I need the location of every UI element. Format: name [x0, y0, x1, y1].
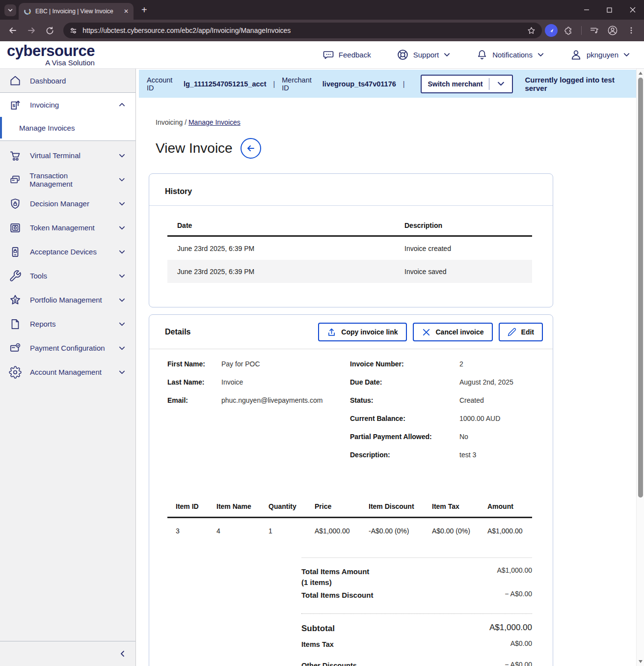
column-header-description: Description	[395, 216, 532, 235]
subtotal-label: Subtotal	[301, 623, 335, 639]
url-text[interactable]: https://ubctest.cybersource.com/ebc2/app…	[82, 27, 522, 34]
maximize-button[interactable]	[598, 0, 621, 20]
field-label: Last Name:	[167, 378, 221, 396]
sidebar-item-transaction-management[interactable]: Transaction Management	[0, 167, 135, 192]
title-row: View Invoice	[156, 138, 644, 159]
account-bar: Account ID lg_11112547051215_acct | Merc…	[139, 70, 640, 98]
item-discount: -A$0.00 (0%)	[360, 518, 424, 544]
chevron-down-icon	[623, 51, 630, 58]
tab-close-icon[interactable]: ✕	[124, 8, 129, 15]
sidebar-item-manage-invoices[interactable]: Manage Invoices	[0, 117, 135, 139]
sidebar-item-tools[interactable]: Tools	[0, 264, 135, 288]
scrollbar-up-icon[interactable]	[639, 72, 643, 75]
close-button[interactable]	[621, 0, 644, 20]
field-value: 1000.00 AUD	[459, 415, 500, 433]
item-amount: A$1,000.00	[479, 518, 532, 544]
profile-avatar-icon[interactable]	[605, 23, 621, 38]
support-menu[interactable]: Support	[397, 49, 451, 61]
field-value: Invoice	[221, 378, 243, 396]
invoice-icon: $	[9, 99, 22, 111]
app-header: cybersource A Visa Solution Feedback Sup…	[0, 41, 644, 69]
scrollbar-down-icon[interactable]	[639, 660, 643, 663]
chevron-down-icon	[118, 248, 126, 255]
column-header: Item Tax	[424, 497, 479, 517]
sidebar-item-acceptance-devices[interactable]: Acceptance Devices	[0, 240, 135, 264]
sidebar-item-dashboard[interactable]: Dashboard	[0, 69, 135, 93]
forward-icon[interactable]	[24, 23, 39, 38]
sidebar-item-virtual-terminal[interactable]: Virtual Terminal	[0, 143, 135, 167]
chevron-down-icon	[118, 368, 126, 376]
browser-tab[interactable]: EBC | Invoicing | View Invoice ✕	[19, 3, 134, 20]
notifications-menu[interactable]: Notifications	[476, 49, 544, 61]
back-icon[interactable]	[5, 23, 21, 38]
cancel-invoice-button[interactable]: Cancel invoice	[413, 323, 493, 341]
merchant-id-label: Merchant ID	[282, 76, 319, 92]
table-row[interactable]: June 23rd 2025, 6:39 PM Invoice created	[167, 237, 532, 260]
item-quantity: 1	[260, 518, 306, 544]
user-icon	[570, 49, 582, 61]
url-bar[interactable]: https://ubctest.cybersource.com/ebc2/app…	[63, 23, 542, 38]
table-row[interactable]: June 23rd 2025, 6:39 PM Invoice saved	[167, 260, 532, 283]
device-lock-icon	[9, 246, 22, 258]
total-label: Items Tax	[301, 639, 334, 650]
header-actions: Feedback Support Notifications pknguyen	[322, 49, 630, 61]
total-label: Other Discounts	[301, 661, 357, 666]
sidebar-item-portfolio-management[interactable]: Portfolio Management	[0, 288, 135, 312]
history-description: Invoice saved	[395, 260, 532, 283]
sidebar-item-reports[interactable]: Reports	[0, 312, 135, 336]
browser-toolbar: https://ubctest.cybersource.com/ebc2/app…	[0, 20, 644, 41]
minimize-button[interactable]	[575, 0, 598, 20]
extension-badge-icon[interactable]	[545, 24, 558, 37]
history-table: Date Description June 23rd 2025, 6:39 PM…	[167, 216, 532, 283]
details-title: Details	[165, 328, 190, 336]
site-settings-icon[interactable]	[69, 27, 78, 35]
sidebar-item-decision-manager[interactable]: Decision Manager	[0, 192, 135, 216]
sidebar: Dashboard $ Invoicing Manage Invoices Vi…	[0, 69, 136, 666]
total-value: A$0.00	[510, 639, 532, 647]
feedback-bubble-icon	[322, 49, 334, 61]
switch-merchant-button[interactable]: Switch merchant	[421, 75, 513, 93]
table-row[interactable]: 3 4 1 A$1,000.00 -A$0.00 (0%) A$0.00 (0%…	[167, 518, 532, 544]
sidebar-item-payment-configuration[interactable]: Payment Configuration	[0, 336, 135, 360]
page-scrollbar[interactable]	[636, 69, 644, 666]
breadcrumb-parent: Invoicing	[156, 118, 183, 126]
sidebar-collapse-button[interactable]	[0, 641, 135, 666]
feedback-button[interactable]: Feedback	[322, 49, 371, 61]
edit-button[interactable]: Edit	[499, 323, 543, 341]
history-date: June 23rd 2025, 6:39 PM	[167, 237, 395, 260]
sidebar-item-token-management[interactable]: Token Management	[0, 216, 135, 240]
field-label: First Name:	[167, 360, 221, 378]
user-menu[interactable]: pknguyen	[570, 49, 630, 61]
app-body: Dashboard $ Invoicing Manage Invoices Vi…	[0, 69, 644, 666]
field-label: Due Date:	[350, 378, 459, 396]
sidebar-label: Acceptance Devices	[30, 248, 97, 256]
browser-menu-icon[interactable]	[623, 23, 639, 38]
history-date: June 23rd 2025, 6:39 PM	[167, 260, 395, 283]
extensions-puzzle-icon[interactable]	[561, 23, 576, 38]
chevron-down-icon	[118, 224, 126, 231]
breadcrumb-current-link[interactable]: Manage Invoices	[188, 118, 241, 126]
sidebar-item-account-management[interactable]: Account Management	[0, 360, 135, 384]
tab-search-button[interactable]	[4, 4, 16, 16]
bookmark-star-icon[interactable]	[527, 26, 536, 35]
reload-icon[interactable]	[42, 23, 58, 38]
history-description: Invoice created	[395, 237, 532, 260]
chevron-down-icon	[118, 320, 126, 328]
switch-merchant-label: Switch merchant	[422, 80, 489, 88]
support-lifebuoy-icon	[397, 49, 409, 61]
breadcrumb: Invoicing / Manage Invoices	[156, 118, 644, 126]
sidebar-item-invoicing[interactable]: $ Invoicing	[0, 93, 135, 117]
main-content: Account ID lg_11112547051215_acct | Merc…	[136, 69, 644, 666]
back-button[interactable]	[241, 138, 261, 159]
separator: |	[273, 80, 275, 88]
field-label: Status:	[350, 396, 459, 415]
total-sublabel: (1 items)	[301, 578, 332, 586]
sidebar-group-invoicing: $ Invoicing Manage Invoices	[0, 93, 135, 141]
column-header: Amount	[479, 497, 532, 517]
reading-list-icon[interactable]	[587, 23, 602, 38]
copy-invoice-link-button[interactable]: Copy invoice link	[318, 323, 406, 341]
new-tab-button[interactable]: +	[141, 5, 147, 15]
fields-right-column: Invoice Number:2 Due Date:August 2nd, 20…	[350, 360, 513, 469]
field-label: Description:	[350, 451, 459, 469]
scrollbar-thumb[interactable]	[638, 78, 643, 498]
